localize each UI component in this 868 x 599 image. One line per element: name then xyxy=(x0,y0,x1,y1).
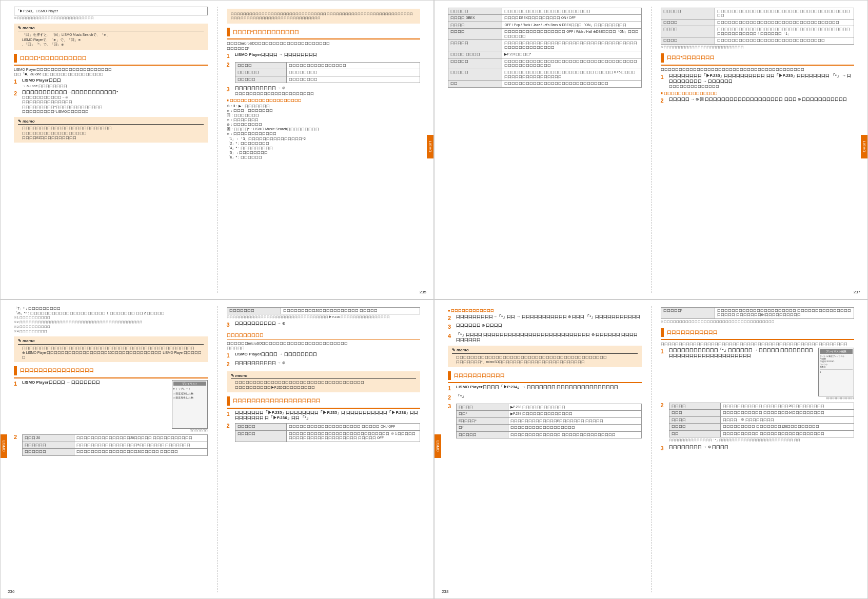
col-right: 口口口口口口口口口口口口口口口口20口口口口口口口口口口口 口口口口口 口口口口… xyxy=(218,306,430,592)
body: 口口口口口口口口口口口口口口口口口口口口口口口口口口口口口口口口口口口口口口口口… xyxy=(661,342,855,346)
body: 口口口口口口* xyxy=(227,46,421,51)
note: ※3 口口口口口口口口口口 xyxy=(14,325,208,329)
col-left: 「▶P.243」LISMO Player ※口口口口口口口口口口口口口口口口口口… xyxy=(5,7,218,293)
table: 口口口口口口口口口口口口口口口口口口口口口口口口口口口口口口口口口口口口口口口口… xyxy=(661,8,855,45)
sub-heading: ■ 口口口口口口口口口口口口口口口口口口口口 xyxy=(227,98,421,103)
side-tab: LISMO xyxy=(1,434,7,458)
key-line: ⊙：Ⅱ：▶：口口口口口口口 xyxy=(227,104,421,108)
step-1: 1LISMO Player口口口口 → 口口口口口口口口 xyxy=(227,52,421,59)
step-1: 1 プレイリスト ♥ トップレート □ 最近追加した曲 □ 最近再生した曲 LI… xyxy=(14,380,208,432)
section-title: 口口口口口口口口口口口口口口口口 xyxy=(14,366,208,375)
col-left: 「7」*：口口口口口口口口口 「/a」*²：口口口口口口口口口口口口口口口口口口… xyxy=(5,306,218,592)
step-2: 2 口口口口口口口口口口口口口口口口口口口口口口口口口 口口口口口 ON / O… xyxy=(227,422,421,443)
col-right: 口口口口口口口口口口口口口口口口口口口口口口口口口口口口口口口口口口口口口口口口… xyxy=(652,7,864,293)
memo-line: . 「回」「*」で、「回」⊕ xyxy=(22,43,204,47)
key-line: 「4」*：口口口口口口口口口 xyxy=(227,146,421,150)
memo-line: 口口口口口口口口口口口口口口口口口口口口口口口口口口口口口口口口口口口口口口口口… xyxy=(22,346,204,350)
memo-header: memo xyxy=(18,119,204,125)
step-3: 3口口口口口口 ⊙ 口口口口 xyxy=(448,323,642,330)
col-left: ■ 口口口口口口口口口口口口 2口口口口口口口口口→「*」口口 → 口口口口口口… xyxy=(439,306,652,592)
step-1: 1LISMO Player口口口口 → 口口口口口口口口 xyxy=(227,352,421,359)
memo-line: 口口口口口口口口口口口口口口口口口口 xyxy=(22,131,204,135)
memo-header: memo xyxy=(452,348,638,353)
memo-line: 口口口口口口口*」microSD口口口口口口口口口口口口口口口口口口口口口口口口 xyxy=(456,360,638,364)
step-1: 1 プレイリスト編集 タイトル 新規プレイリスト 作成者 作成日 2011/1/… xyxy=(661,348,855,400)
key-line: 圖：口口口口*：LISMO Music Search口口口口口口口口口 xyxy=(227,127,421,131)
section-title: 口口口口口口口口口口口口口口口口口口口 xyxy=(227,396,421,406)
note: ※1 口口口口口口口口口口 xyxy=(14,316,208,320)
memo-box: memo 口口口口口口口口口口口口口口口口口口口口口口口口口口口口口口口口口口口… xyxy=(448,346,642,367)
memo-box: memo 「回」を押すと、「回」LISMO Music Searchで、「⊕」 … xyxy=(14,24,208,50)
page-238: ■ 口口口口口口口口口口口口 2口口口口口口口口口→「*」口口 → 口口口口口口… xyxy=(434,300,868,599)
memo-line: 口口口口口口口口口口▶P.235口口口口口口口口口 xyxy=(235,386,417,390)
page-number: 238 xyxy=(442,589,448,594)
memo-box: memo 口口口口口口口口口口口口口口口口口口口口口口口口口口口口口口口口口口口… xyxy=(14,336,208,362)
page-number: 236 xyxy=(8,589,14,594)
key-line: ⊕：口口口口口口口 xyxy=(227,117,421,122)
memo-line: ※ LISMO Player口口口口口口口口口口口口口口口口口30口口口口口口口… xyxy=(22,351,204,360)
step-1: 1口口口口口口口「▶P.235」口口口口口口口口「▶P.235」口 口口口口口口… xyxy=(227,410,421,421)
section-title-thin: 口口口口口口口口口 xyxy=(227,332,421,340)
section-title: 口口口口口口口口口口口 xyxy=(661,328,855,337)
memo-box: memo 口口口口口口口口口口口口口口口口口口口口口口口口口口口口口口口口口口口… xyxy=(227,371,421,392)
note: ※口口口口口口口口口口口口口口口口口口口口口口口口口口口口口口口口口口口口 xyxy=(661,320,855,324)
memo-line: 口口口口EZ口口口口口口口口口口 xyxy=(22,136,204,140)
step-1: 1LISMO Player口口口→ au one 口口口口口口口口 xyxy=(14,78,208,88)
inset: 「▶P.243」LISMO Player xyxy=(14,7,208,15)
key-line: 「6」*：口口口口口口 xyxy=(227,155,421,159)
memo-header: memo xyxy=(18,26,204,31)
body: 口口口口口 xyxy=(227,346,421,350)
table: 口口口口口口口口口口口口口口口口口口口口 口口口口口口口口口口口口口口 口口口口… xyxy=(235,62,421,83)
page-236: 「7」*：口口口口口口口口口 「/a」*²：口口口口口口口口口口口口口口口口口口… xyxy=(0,300,434,599)
memo-line: 口口口口口口口口口口口口口口口口口口口口口口口口口口口口口口口口口口口口口口口口… xyxy=(456,355,638,360)
sub-heading: ■ 口口口口口口口口口口口口 xyxy=(448,308,642,313)
table: 口口口口▶P.238 口口口口口口口口口口口口 口口*▶P.239 口口口口口口… xyxy=(456,404,642,438)
section-title: 口口口口口口口口口口口 xyxy=(448,371,642,381)
key-line: ⊕：口口口口口口口口口口口口 xyxy=(227,131,421,136)
step-3: 3口口口口口口口口口口 → ⊙ xyxy=(227,321,421,328)
section-title: 口口口口*口口口口口口口口口口 xyxy=(227,28,421,37)
col-right: 口口口口口口口口口口口口口口口口口口口口口口口口口口口口口口口 口口口口口口口口… xyxy=(218,7,430,293)
memo-line: LISMO Playerで、「⊕」で、「回」⊕ xyxy=(22,38,204,42)
step-3: 3 口口口口▶P.238 口口口口口口口口口口口口 口口*▶P.239 口口口口… xyxy=(448,403,642,440)
table: 口口口 20口口口口口口口口口口口口口口口20口口口口口 口口口口口口口口口口口… xyxy=(22,434,208,455)
col-left: 口口口口口口口口口口口口口口口口口口口口口口口口口口口口口 口口口口 DBEX口… xyxy=(439,7,652,293)
table: 口口口口口口口口口口口口口口口口口口口口口口口口口口口口口 口口口口 DBEX口… xyxy=(448,8,642,88)
intro-box: 口口口口口口口口口口口口口口口口口口口口口口口口口口口口口口口 口口口口口口口口… xyxy=(227,9,421,24)
step-2: 2 口口口 20口口口口口口口口口口口口口口口20口口口口口 口口口口口口口口口… xyxy=(14,433,208,456)
table: 口口口口口口口口口口口口口口口 口口口口口口口20口口口口口口口口口 口口口口口… xyxy=(669,403,855,437)
memo-line: 口口口口口口口口口口口口口口口口口口口口口口口口口口口口口口口口口口口口 xyxy=(235,381,417,385)
key-line: 「/a」*²：口口口口口口口口口口口口口口口口口口口口口 1 口口口口口口口 口… xyxy=(14,311,208,315)
key-line: 「1」：「3」口口口口口口口口口口口口口口口*2 xyxy=(227,136,421,141)
page-235: 「▶P.243」LISMO Player ※口口口口口口口口口口口口口口口口口口… xyxy=(0,0,434,300)
memo-box: memo 口口口口口口口口口口口口口口口口口口口口口口口口口 口口口口口口口口口… xyxy=(14,117,208,143)
screenshot-mock: プレイリスト編集 タイトル 新規プレイリスト 作成者 作成日 2011/1/1 … xyxy=(818,348,854,396)
body: 口口口口microSD口口口口口口口口口口口口口口口口口口口口口 xyxy=(227,41,421,46)
memo-line: 「回」を押すと、「回」LISMO Music Searchで、「⊕」 xyxy=(22,33,204,37)
step-2: 2口口口口口 → ⊙ 回 口口口口口口口口口口口口口口口口口口口 口口口 ⊙ 口… xyxy=(661,97,855,104)
step-2: 2 口口口口口口口口口口口→口口口口口口口口口口口* 口口口口口口口口口口口→⊙… xyxy=(14,90,208,114)
side-tab: LISMO xyxy=(427,135,433,158)
memo-header: memo xyxy=(18,338,204,344)
note: ※口口口口口口口口口口口口口口口口口口口口口口口口口口 xyxy=(661,46,855,50)
table: 口口口口口口口口口口口口口口口口口口口口口口口口口 口口口口口 ON / OFF… xyxy=(235,423,421,442)
note: ※口口口口口口口口口口口口口口口口口口口口口口口口口 xyxy=(14,16,208,21)
section-title: 口口口口*口口口口口口口口口口 xyxy=(14,54,208,63)
step-2: 2「*」 xyxy=(448,394,642,401)
key-line: 「2」*：口口口口口口口口 xyxy=(227,141,421,146)
key-line: 「7」*：口口口口口口口口口 xyxy=(14,306,208,311)
body: 口口口口口口microSD口口口口口口口口口口口口口口口口口口口口口口口口 xyxy=(227,341,421,346)
note: ※2 口口口口口口口口口口口口口口口口口口口口口口口口口口口口口口口口口口口口口… xyxy=(14,321,208,325)
memo-header: memo xyxy=(231,373,417,379)
key-line: 回：口口口口口口口 xyxy=(227,113,421,117)
page-number: 237 xyxy=(854,290,860,295)
step-2: 2口口口口口口口口口→「*」口口 → 口口口口口口口口口口口 ⊙ 口口口 「*」… xyxy=(448,314,642,322)
key-line: ⊖：口口口口口口口口 xyxy=(227,122,421,127)
section-title: 口口口*口口口口口口口 xyxy=(661,53,855,63)
step-3: 3口口口口口口口口 → ⊙ 口口口口 xyxy=(661,445,855,452)
step-3: 3口口口口口口口口口口 → ⊙口口口口口口口口口口口口口口口口口口口口口口 xyxy=(227,86,421,95)
col-right: 口口口口口*口口口口口口口口口口口口口口口口口口口口口口 口口口口口口口口口口口… xyxy=(652,306,864,592)
body: LISMO Player口口口口口口口口口口口口口口口口口口口口口 xyxy=(14,67,208,72)
step-2: 2 口口口口口口口口口口口口口口口口口口口口 口口口口口口口口口口口口口口 口口… xyxy=(227,61,421,84)
screenshot-mock: プレイリスト ♥ トップレート □ 最近追加した曲 □ 最近再生した曲 xyxy=(172,380,208,429)
